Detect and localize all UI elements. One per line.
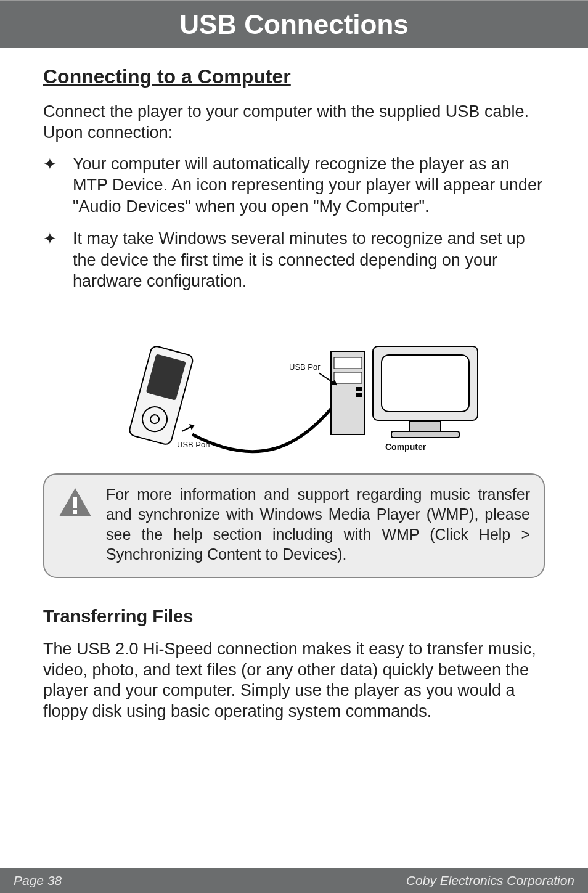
svg-rect-14 [382,355,469,412]
svg-rect-16 [391,431,459,438]
list-item-text: Your computer will automatically recogni… [73,153,545,218]
title-bar: USB Connections [0,0,588,48]
diagram-label-usb-port-player: USB Port [177,440,211,449]
note-text: For more information and support regardi… [106,484,530,565]
page-title: USB Connections [179,9,409,40]
list-item-text: It may take Windows several minutes to r… [73,228,545,292]
section-heading: Connecting to a Computer [43,65,545,88]
diagram-label-usb-port-computer: USB Por [289,362,321,372]
svg-rect-7 [334,357,362,369]
diagram-label-computer: Computer [385,442,427,452]
list-item: ✦ Your computer will automatically recog… [43,153,545,218]
diagram-svg: USB Port USB Por [97,327,491,456]
svg-rect-10 [356,393,362,397]
svg-rect-9 [356,387,362,391]
note-box: For more information and support regardi… [43,473,545,578]
transferring-paragraph: The USB 2.0 Hi-Speed connection makes it… [43,639,545,722]
footer-page-number: Page 38 [14,873,62,888]
footer-company: Coby Electronics Corporation [406,873,574,888]
svg-rect-8 [334,372,362,383]
connection-diagram: USB Port USB Por [43,327,545,456]
subsection-heading: Transferring Files [43,606,545,627]
sparkle-icon: ✦ [43,228,57,248]
page-footer: Page 38 Coby Electronics Corporation [0,868,588,893]
intro-paragraph: Connect the player to your computer with… [43,102,545,144]
bullet-list: ✦ Your computer will automatically recog… [43,153,545,303]
svg-rect-18 [73,497,77,508]
page-content: Connecting to a Computer Connect the pla… [0,48,588,868]
sparkle-icon: ✦ [43,153,57,174]
list-item: ✦ It may take Windows several minutes to… [43,228,545,292]
svg-rect-19 [73,510,77,514]
warning-icon [58,487,92,565]
svg-rect-15 [410,422,441,431]
